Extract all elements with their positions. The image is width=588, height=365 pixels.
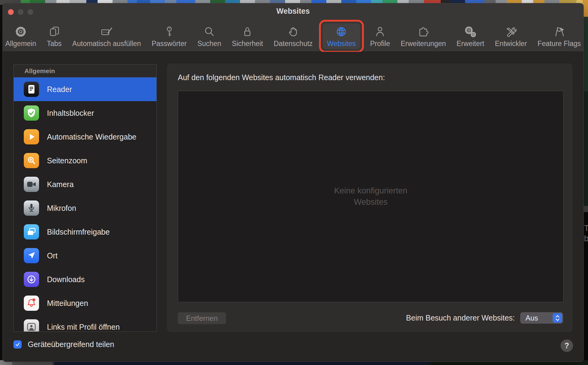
window-title: Websites — [3, 7, 583, 16]
sidebar-item-inhaltsblocker[interactable]: Inhaltsblocker — [14, 101, 156, 125]
sidebar-item-label: Automatische Wiedergabe — [47, 133, 136, 141]
share-checkbox[interactable] — [13, 340, 22, 349]
dropdown-selected-value: Aus — [520, 314, 538, 322]
other-websites-dropdown[interactable]: Aus — [520, 312, 563, 324]
microphone-icon — [24, 200, 39, 216]
sidebar-item-downloads[interactable]: Downloads — [14, 268, 156, 291]
sidebar-section-header: Allgemein — [14, 65, 156, 77]
settings-toolbar: Websites Allgemein Tabs — [3, 3, 583, 52]
websites-sidebar: Allgemein Reader Inhaltsblocker — [13, 64, 157, 332]
empty-state-text: Keine konfigurierten Websites — [321, 185, 421, 208]
sidebar-item-seitenzoom[interactable]: Seitenzoom — [14, 149, 156, 172]
play-icon — [24, 129, 39, 144]
panel-heading: Auf den folgenden Websites automatisch R… — [178, 73, 385, 82]
sidebar-item-label: Bildschirmfreigabe — [47, 228, 110, 236]
toolbar-tab-label: Passwörter — [152, 40, 187, 48]
sidebar-item-automatische-wiedergabe[interactable]: Automatische Wiedergabe — [14, 125, 156, 149]
wrench-screwdriver-icon — [504, 25, 517, 38]
reader-document-icon — [24, 82, 39, 97]
autofill-card-pencil-icon — [100, 25, 113, 38]
shield-check-icon — [24, 105, 39, 121]
toolbar-tab-label: Erweitert — [457, 40, 484, 48]
dropdown-stepper — [553, 313, 562, 323]
sidebar-item-label: Reader — [47, 85, 72, 94]
chevron-up-down-icon — [555, 314, 560, 322]
sidebar-item-kamera[interactable]: Kamera — [14, 172, 156, 196]
toolbar-tab-sicherheit[interactable]: Sicherheit — [231, 23, 264, 49]
sidebar-item-reader[interactable]: Reader — [14, 77, 156, 101]
background-window-bar — [583, 206, 588, 212]
settings-content: Allgemein Reader Inhaltsblocker — [3, 52, 583, 362]
configured-websites-list[interactable]: Keine konfigurierten Websites — [178, 91, 564, 302]
toolbar-tab-label: Tabs — [47, 40, 62, 48]
toolbar-tab-label: Feature Flags — [538, 40, 581, 48]
toolbar-tab-passwoerter[interactable]: Passwörter — [151, 23, 187, 49]
tabs-icon — [48, 25, 61, 38]
sidebar-item-label: Kamera — [47, 180, 74, 189]
share-checkbox-label: Geräteübergreifend teilen — [28, 340, 114, 349]
help-button[interactable]: ? — [561, 339, 573, 352]
magnifier-plus-icon — [24, 153, 39, 168]
toolbar-tab-tabs[interactable]: Tabs — [46, 23, 63, 49]
safari-settings-window: Websites Allgemein Tabs — [2, 3, 584, 362]
flags-icon — [553, 25, 566, 38]
sidebar-item-mitteilungen[interactable]: Mitteilungen — [14, 291, 156, 315]
key-icon — [163, 25, 176, 38]
toolbar-tab-websites[interactable]: Websites — [323, 23, 360, 49]
download-circle-icon — [24, 272, 39, 287]
toolbar-tab-label: Entwickler — [495, 40, 527, 48]
sidebar-item-ort[interactable]: Ort — [14, 244, 156, 268]
reader-settings-panel: Auf den folgenden Websites automatisch R… — [167, 64, 572, 332]
toolbar-tab-row: Allgemein Tabs Automatisch ausfüllen — [3, 23, 583, 49]
sidebar-item-label: Mitteilungen — [47, 299, 88, 308]
profile-frame-icon — [24, 319, 39, 332]
other-websites-label: Beim Besuch anderer Websites: — [406, 314, 515, 322]
lock-icon — [241, 25, 254, 38]
person-icon — [374, 25, 386, 38]
toolbar-tab-feature-flags[interactable]: Feature Flags — [537, 23, 582, 49]
sidebar-item-label: Links mit Profil öffnen — [47, 323, 120, 331]
toolbar-tab-erweiterungen[interactable]: Erweiterungen — [400, 23, 446, 49]
sidebar-item-label: Mikrofon — [47, 204, 76, 213]
location-arrow-icon — [24, 248, 39, 263]
bell-badge-icon — [24, 296, 39, 311]
toolbar-tab-entwickler[interactable]: Entwickler — [494, 23, 528, 49]
checkmark-icon — [15, 342, 20, 347]
toolbar-tab-label: Erweiterungen — [401, 40, 446, 48]
toolbar-tab-erweitert[interactable]: Erweitert — [456, 23, 485, 49]
toolbar-tab-label: Profile — [370, 40, 390, 48]
toolbar-tab-profile[interactable]: Profile — [370, 23, 391, 49]
background-window-text: b — [583, 233, 588, 244]
video-camera-icon — [24, 177, 39, 192]
toolbar-tab-label: Automatisch ausfüllen — [72, 40, 141, 48]
puzzle-icon — [417, 25, 430, 38]
share-across-devices-row: Geräteübergreifend teilen — [13, 340, 114, 349]
toolbar-tab-label: Websites — [327, 40, 356, 48]
sidebar-item-label: Downloads — [47, 275, 85, 284]
remove-button[interactable]: Entfernen — [178, 312, 226, 324]
screen-sharing-icon — [24, 224, 39, 239]
sidebar-item-bildschirmfreigabe[interactable]: Bildschirmfreigabe — [14, 220, 156, 244]
toolbar-tab-label: Datenschutz — [274, 40, 313, 48]
sidebar-item-links-mit-profil[interactable]: Links mit Profil öffnen — [14, 315, 156, 332]
toolbar-tab-autofill[interactable]: Automatisch ausfüllen — [72, 23, 142, 49]
toolbar-tab-label: Suchen — [197, 40, 221, 48]
background-window-text: T — [583, 223, 588, 233]
toolbar-tab-label: Sicherheit — [232, 40, 263, 48]
globe-icon — [335, 25, 348, 38]
hand-icon — [287, 25, 299, 38]
sidebar-item-label: Seitenzoom — [47, 156, 87, 165]
background-window-sliver: T b — [583, 206, 588, 365]
gear-icon — [14, 25, 27, 38]
sidebar-item-label: Ort — [47, 251, 58, 260]
toolbar-tab-datenschutz[interactable]: Datenschutz — [273, 23, 313, 49]
toolbar-tab-allgemein[interactable]: Allgemein — [5, 23, 37, 49]
sidebar-item-mikrofon[interactable]: Mikrofon — [14, 196, 156, 220]
search-icon — [203, 25, 216, 38]
toolbar-tab-suchen[interactable]: Suchen — [197, 23, 222, 49]
gears-icon — [464, 25, 477, 38]
sidebar-item-label: Inhaltsblocker — [47, 109, 94, 118]
toolbar-tab-label: Allgemein — [5, 40, 36, 48]
other-websites-setting: Beim Besuch anderer Websites: Aus — [406, 312, 563, 324]
